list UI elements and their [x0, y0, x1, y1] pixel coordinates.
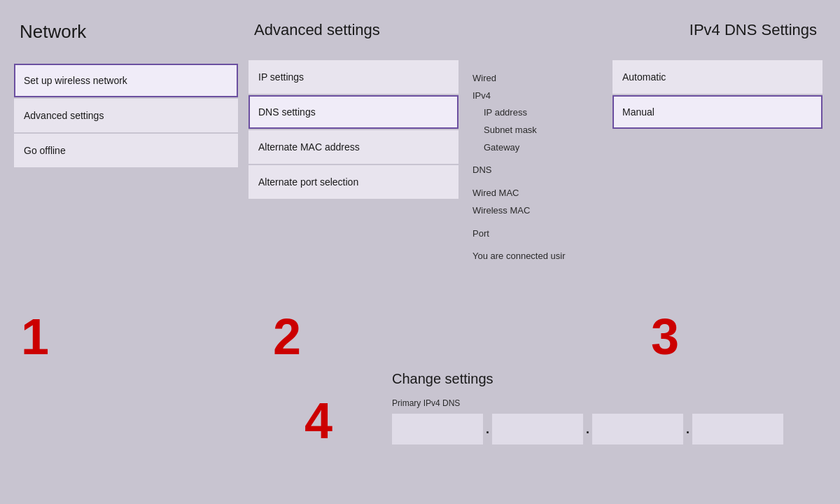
- info-connected: You are connected usir: [472, 248, 598, 265]
- info-ip-address: IP address: [472, 104, 598, 122]
- step-4: 4: [304, 392, 332, 449]
- info-ipv4: IPv4: [472, 88, 598, 105]
- change-settings-section: Change settings Primary IPv4 DNS . . .: [392, 371, 826, 444]
- info-wired: Wired: [472, 70, 598, 88]
- step-1: 1: [21, 308, 49, 365]
- dns-input-3[interactable]: [592, 414, 683, 444]
- advanced-settings-title: Advanced settings: [248, 21, 458, 39]
- info-wireless-mac: Wireless MAC: [472, 202, 598, 220]
- menu-item-wireless[interactable]: Set up wireless network: [14, 64, 238, 97]
- ipv4-dns-column: IPv4 DNS Settings Automatic Manual: [612, 21, 822, 130]
- info-port: Port: [472, 225, 598, 243]
- network-column: Network Set up wireless network Advanced…: [14, 21, 238, 169]
- step-3: 3: [651, 308, 679, 365]
- dns-input-2[interactable]: [492, 414, 583, 444]
- dns-manual[interactable]: Manual: [612, 95, 822, 129]
- menu-item-offline[interactable]: Go offline: [14, 134, 238, 167]
- network-title: Network: [14, 21, 238, 43]
- dns-inputs-row: . . .: [392, 414, 826, 444]
- advanced-item-mac[interactable]: Alternate MAC address: [248, 130, 458, 164]
- ipv4-dns-title: IPv4 DNS Settings: [612, 21, 822, 39]
- dns-input-1[interactable]: [392, 414, 483, 444]
- primary-dns-label: Primary IPv4 DNS: [392, 398, 826, 408]
- advanced-item-dns[interactable]: DNS settings: [248, 95, 458, 129]
- dns-dot-2: .: [586, 422, 589, 437]
- menu-item-advanced[interactable]: Advanced settings: [14, 99, 238, 132]
- info-dns: DNS: [472, 162, 598, 179]
- advanced-item-ip[interactable]: IP settings: [248, 60, 458, 94]
- info-subnet: Subnet mask: [472, 122, 598, 139]
- dns-dot-1: .: [486, 422, 489, 437]
- dns-automatic[interactable]: Automatic: [612, 60, 822, 94]
- info-wired-mac: Wired MAC: [472, 185, 598, 202]
- change-settings-title: Change settings: [392, 371, 826, 387]
- info-gateway: Gateway: [472, 139, 598, 157]
- step-2: 2: [273, 308, 301, 365]
- info-list-column: Wired IPv4 IP address Subnet mask Gatewa…: [472, 70, 598, 265]
- advanced-settings-column: Advanced settings IP settings DNS settin…: [248, 21, 458, 200]
- advanced-item-port[interactable]: Alternate port selection: [248, 165, 458, 199]
- dns-input-4[interactable]: [692, 414, 783, 444]
- dns-dot-3: .: [686, 422, 690, 437]
